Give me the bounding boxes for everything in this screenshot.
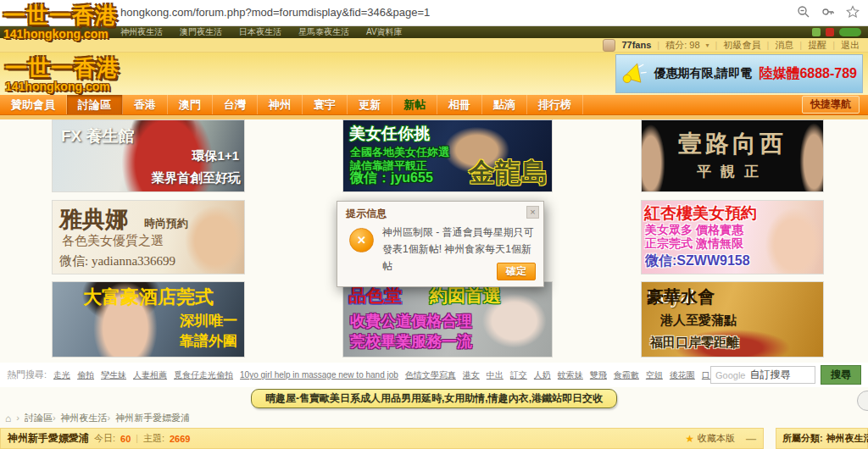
credits[interactable]: 積分: 98 bbox=[665, 39, 699, 52]
quick-nav-button[interactable]: 快捷導航 bbox=[802, 96, 860, 114]
hot-search-link-15[interactable]: 空姐 bbox=[646, 369, 663, 381]
separator: | bbox=[657, 40, 659, 50]
hot-search-link-13[interactable]: 雙飛 bbox=[590, 369, 607, 381]
hot-search-link-3[interactable]: 孿生妹 bbox=[101, 369, 126, 381]
nav-item-10[interactable]: 相冊 bbox=[437, 95, 482, 114]
forum-category-box: 所屬分類: 神州夜生活 bbox=[776, 428, 868, 449]
bookmark-4[interactable]: 星馬泰夜生活 bbox=[298, 26, 349, 38]
bookmark-1[interactable]: 神州夜生活 bbox=[120, 26, 163, 38]
user-bar: 77fans | 積分: 98 ▾ | 初級會員 | 消息 | 提醒 | 退出 bbox=[0, 38, 868, 53]
nav-item-2[interactable]: 討論區 bbox=[67, 95, 123, 114]
bookmark-2[interactable]: 澳門夜生活 bbox=[180, 26, 222, 38]
ad-banner-fx[interactable]: FX 養生館 環保1+1 業界首創至好玩 bbox=[53, 120, 244, 191]
ad-text: 靠譜外圍 bbox=[180, 331, 237, 351]
google-search-input[interactable]: Google 自訂搜尋 bbox=[710, 366, 815, 384]
bookmark-3[interactable]: 日本夜生活 bbox=[239, 26, 281, 38]
nav-substrip bbox=[0, 115, 868, 119]
nav-item-3[interactable]: 香港 bbox=[123, 95, 168, 114]
browser-toolbar: hongkong.com/forum.php?mod=forumdisplay&… bbox=[0, 0, 868, 26]
ad-banner-pinsetang[interactable]: 品色堂 約囡首選 收費公道價格合理 莞校畢業服務一流 bbox=[343, 282, 552, 357]
nav-item-5[interactable]: 台灣 bbox=[213, 95, 258, 114]
search-button[interactable]: 搜尋 bbox=[821, 365, 861, 385]
breadcrumb-item-2[interactable]: 神州夜生活 bbox=[53, 412, 108, 424]
hot-search-link-1[interactable]: 走光 bbox=[53, 369, 70, 381]
ad-title: 雅典娜 bbox=[59, 204, 128, 235]
nav-item-4[interactable]: 澳門 bbox=[168, 95, 213, 114]
hot-search-link-12[interactable]: 蚊索妹 bbox=[558, 369, 583, 381]
category-link[interactable]: 神州夜生活 bbox=[826, 432, 868, 445]
hot-search-link-8[interactable]: 港女 bbox=[463, 369, 480, 381]
bookmark-star-icon[interactable] bbox=[846, 5, 860, 19]
ok-button[interactable]: 確定 bbox=[497, 263, 536, 280]
megaphone-icon bbox=[621, 59, 647, 88]
nav-item-12[interactable]: 排行榜 bbox=[527, 95, 583, 114]
floating-widget-icon[interactable] bbox=[857, 391, 868, 411]
hot-search-link-9[interactable]: 中出 bbox=[487, 369, 504, 381]
home-icon[interactable]: ⌂ bbox=[5, 413, 11, 424]
ad-title: 紅杏樓美女預約 bbox=[644, 202, 757, 224]
nav-items: 贊助會員討論區香港澳門台灣神州寰宇更新新帖相冊點滴排行榜 bbox=[0, 95, 583, 114]
ad-text: 正宗莞式 激情無限 bbox=[645, 236, 743, 252]
favorite-forum-link[interactable]: 收藏本版 bbox=[698, 432, 735, 445]
ad-banner-jinlongdao[interactable]: 美女任你挑 全國各地美女任妳選 誠信靠譜平靚正 微信：jyu655 金龍島 bbox=[343, 120, 552, 191]
ad-banner-royal[interactable]: Royal 豪華水會 港人至愛蒲點 福田口岸零距離 bbox=[642, 282, 823, 357]
hot-search-link-10[interactable]: 訂交 bbox=[510, 369, 527, 381]
user-rank[interactable]: 初級會員 bbox=[723, 39, 760, 52]
ad-text: 港人至愛蒲點 bbox=[660, 313, 737, 329]
breadcrumb-item-1[interactable]: 討論區 bbox=[16, 412, 53, 424]
hot-search-link-11[interactable]: 人奶 bbox=[534, 369, 551, 381]
hot-search-link-16[interactable]: 後花園 bbox=[670, 369, 695, 381]
ad-banner-yadianna[interactable]: 雅典娜 時尚預約 各色美女優質之選 微信: yadianna336699 bbox=[53, 201, 244, 274]
nav-item-7[interactable]: 寰宇 bbox=[303, 95, 348, 114]
chevron-down-icon[interactable]: ▾ bbox=[706, 42, 709, 49]
ad-banner-hongxinglou[interactable]: 紅杏樓美女預約 美女眾多 價格實惠 正宗莞式 激情無限 微信:SZWW9158 bbox=[642, 201, 823, 274]
nav-item-6[interactable]: 神州 bbox=[258, 95, 303, 114]
notice-banner[interactable]: 晴趣屋-售賣歐美日系成人用品男用延時,女用助情,情趣內衣,港鐵站即日交收 bbox=[251, 389, 617, 408]
hot-search-link-6[interactable]: 10yo girl help in massage new to hand jo… bbox=[240, 370, 398, 380]
username[interactable]: 77fans bbox=[621, 40, 651, 50]
separator: | bbox=[799, 40, 802, 50]
nav-item-8[interactable]: 更新 bbox=[348, 95, 392, 114]
hot-search-link-2[interactable]: 偷拍 bbox=[77, 369, 94, 381]
bookmark-5[interactable]: AV資料庫 bbox=[366, 26, 403, 38]
ad-title: 金龍島 bbox=[469, 155, 548, 191]
nav-item-11[interactable]: 點滴 bbox=[482, 95, 527, 114]
key-icon[interactable] bbox=[821, 5, 835, 19]
extension-badge-icon[interactable] bbox=[839, 28, 861, 36]
separator: | bbox=[136, 434, 138, 443]
star-icon: ★ bbox=[685, 433, 694, 445]
avatar[interactable] bbox=[603, 39, 615, 52]
extension-icon[interactable] bbox=[826, 28, 834, 36]
ad-text: 時尚預約 bbox=[144, 216, 188, 231]
ad-banner-dafuhao[interactable]: 大富豪酒店莞式 深圳唯一 靠譜外圍 bbox=[53, 282, 244, 357]
browser-extension-icons bbox=[812, 28, 861, 36]
header-ad-banner[interactable]: 優惠期有限,請即電 陸媒體6888-789 bbox=[615, 54, 863, 93]
messages-link[interactable]: 消息 bbox=[775, 39, 793, 52]
zoom-out-icon[interactable] bbox=[797, 5, 810, 19]
separator: | bbox=[766, 40, 769, 50]
logout-link[interactable]: 退出 bbox=[841, 39, 860, 52]
hot-search-link-14[interactable]: 食霸數 bbox=[614, 369, 639, 381]
forum-title[interactable]: 神州新手愛嫖愛浦 bbox=[8, 431, 89, 446]
dialog-title: 提示信息 bbox=[346, 207, 387, 221]
breadcrumb-items: 討論區神州夜生活神州新手愛嫖愛浦 bbox=[16, 412, 190, 424]
logo-title: 一世一香港 bbox=[5, 57, 120, 79]
ad-text: 美女任你挑 bbox=[349, 123, 430, 145]
address-bar[interactable]: hongkong.com/forum.php?mod=forumdisplay&… bbox=[120, 6, 430, 19]
hot-search-link-5[interactable]: 覓食仔走光偷拍 bbox=[174, 369, 233, 381]
hot-search-link-7[interactable]: 色情文學寫真 bbox=[405, 369, 456, 381]
ad-text: 約囡首選 bbox=[430, 284, 501, 308]
collapse-icon[interactable]: — bbox=[746, 433, 756, 445]
ad-text: 業界首創至好玩 bbox=[152, 170, 241, 186]
extension-icon[interactable] bbox=[812, 28, 821, 36]
alerts-link[interactable]: 提醒 bbox=[808, 39, 826, 52]
hot-search-link-4[interactable]: 人妻相薦 bbox=[133, 369, 167, 381]
error-icon: ✕ bbox=[349, 228, 374, 252]
site-logo[interactable]: 一世一香港 141hongkong.com bbox=[5, 57, 120, 92]
nav-item-1[interactable]: 贊助會員 bbox=[0, 95, 67, 114]
ad-banner-yiluxiangxi[interactable]: 壹路向西 平靚正 bbox=[642, 120, 823, 191]
nav-item-9[interactable]: 新帖 bbox=[392, 95, 437, 114]
google-label: Google bbox=[715, 370, 745, 380]
breadcrumb-item-3[interactable]: 神州新手愛嫖愛浦 bbox=[108, 412, 191, 424]
close-icon[interactable]: × bbox=[526, 206, 539, 219]
